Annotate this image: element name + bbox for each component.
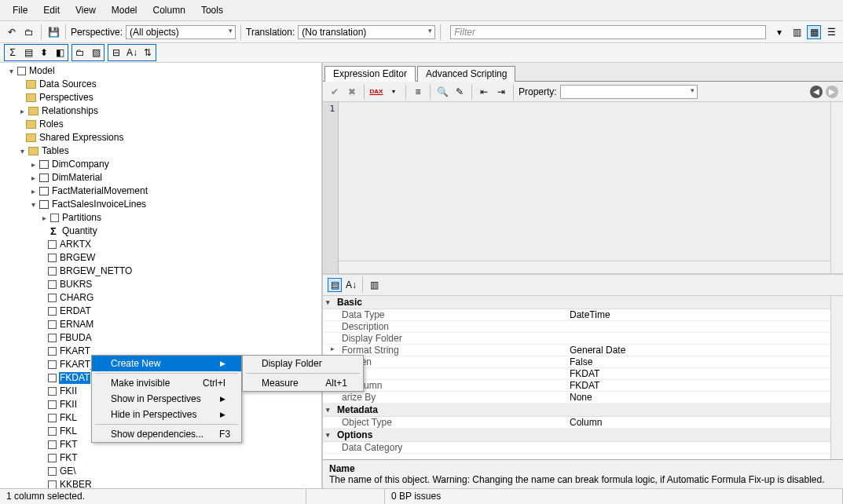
tree-column[interactable]: ERNAM [0, 318, 321, 331]
nav-forward-icon[interactable]: ▶ [826, 86, 838, 98]
tree-column-label[interactable]: ERDAT [59, 305, 92, 317]
tree-column[interactable]: FBUDA [0, 331, 321, 345]
prop-val[interactable]: FKDAT [570, 380, 840, 391]
replace-icon[interactable]: ✎ [453, 85, 467, 99]
dropdown-icon[interactable]: ▾ [387, 85, 401, 99]
tree-table[interactable]: FactMaterialMovement [51, 185, 148, 197]
hidden-toggle-icon[interactable]: ▨ [88, 45, 104, 60]
ctx-hide-in-perspectives[interactable]: Hide in Perspectives▶ [92, 407, 241, 422]
hierarchy-icon[interactable]: ⬍ [36, 45, 52, 60]
tree-column-label[interactable]: FKII [59, 399, 78, 411]
editor-scrollbar-h[interactable] [339, 261, 830, 273]
prop-alpha-icon[interactable]: A↓ [344, 278, 358, 292]
view-mode-1-icon[interactable]: ▥ [790, 25, 804, 39]
menu-tools[interactable]: Tools [193, 2, 231, 19]
prop-val[interactable] [570, 321, 840, 332]
ctx-sub-measure[interactable]: MeasureAlt+1 [243, 375, 363, 391]
filter-icon[interactable]: ▾ [772, 25, 786, 39]
tree-column-label[interactable]: ERNAM [59, 319, 94, 331]
tree-column-label[interactable]: KKBER [59, 479, 93, 488]
indent-icon[interactable]: ⇤ [477, 85, 491, 99]
prop-categorized-icon[interactable]: ▤ [328, 278, 342, 292]
property-grid[interactable]: ▾Basic Data TypeDateTime Description Dis… [323, 296, 843, 459]
cube-icon[interactable]: ◧ [52, 45, 68, 60]
tree-column-label[interactable]: BUKRS [59, 279, 93, 290]
property-dropdown[interactable] [560, 85, 698, 99]
tree-table[interactable]: FactSalesInvoiceLines [51, 199, 147, 210]
tree-column-label[interactable]: FKL [59, 425, 78, 437]
translation-dropdown[interactable]: (No translation) [298, 25, 435, 39]
prop-val[interactable]: General Date [570, 345, 840, 356]
editor-body[interactable] [339, 102, 843, 273]
column-icon[interactable]: ▤ [20, 45, 36, 60]
tree-column[interactable]: ERDAT [0, 305, 321, 318]
tree-measure[interactable]: Quantity [61, 225, 98, 237]
nav-back-icon[interactable]: ◀ [810, 86, 823, 98]
save-icon[interactable]: 💾 [46, 25, 60, 39]
dax-format-icon[interactable]: DAX [369, 85, 383, 99]
tree-data-sources[interactable]: Data Sources [38, 79, 97, 90]
view-mode-2-icon[interactable]: ▦ [807, 25, 821, 39]
menu-column[interactable]: Column [145, 2, 193, 19]
tree-column-label[interactable]: FKT [59, 452, 79, 464]
tree-column-label[interactable]: FKART [59, 345, 91, 357]
prop-val[interactable]: None [570, 392, 840, 403]
cancel-icon[interactable]: ✖ [345, 85, 359, 99]
menu-view[interactable]: View [68, 2, 104, 19]
tree-model[interactable]: Model [28, 65, 56, 77]
tree-column-label[interactable]: BRGEW_NETTO [59, 265, 133, 277]
cat-metadata[interactable]: Metadata [337, 404, 378, 415]
outdent-icon[interactable]: ⇥ [494, 85, 508, 99]
comment-icon[interactable]: ≡ [411, 85, 425, 99]
tree-partitions[interactable]: Partitions [61, 212, 102, 224]
sort-order-icon[interactable]: ⇅ [140, 45, 156, 60]
tree-column[interactable]: BUKRS [0, 278, 321, 291]
sort-alpha-icon[interactable]: A↓ [124, 45, 140, 60]
tree-shared-expressions[interactable]: Shared Expressions [38, 132, 124, 144]
tree-column[interactable]: GE\ [0, 465, 321, 478]
tree-column-label[interactable]: BRGEW [59, 252, 96, 264]
prop-val[interactable]: Column [570, 417, 840, 428]
tree-column[interactable]: ARKTX [0, 238, 321, 251]
tree-column[interactable]: KKBER [0, 478, 321, 488]
tree-column-label[interactable]: FKDAT [59, 372, 90, 384]
sigma-icon[interactable]: Σ [5, 45, 20, 60]
forward-icon[interactable]: 🗀 [22, 25, 36, 39]
prop-val[interactable]: FKDAT [570, 368, 840, 379]
perspective-dropdown[interactable]: (All objects) [126, 25, 236, 39]
menu-edit[interactable]: Edit [35, 2, 68, 19]
folder-toggle-icon[interactable]: 🗀 [72, 45, 88, 60]
tree-roles[interactable]: Roles [38, 119, 64, 130]
propgrid-scrollbar-v[interactable] [830, 296, 843, 459]
tab-advanced-scripting[interactable]: Advanced Scripting [417, 66, 515, 82]
editor-scrollbar-v[interactable] [830, 102, 843, 273]
ctx-show-in-perspectives[interactable]: Show in Perspectives▶ [92, 391, 241, 407]
tree-column-label[interactable]: FKT [59, 439, 79, 451]
ctx-make-invisible[interactable]: Make invisibleCtrl+I [92, 375, 241, 391]
prop-pages-icon[interactable]: ▥ [367, 278, 381, 292]
tab-expression-editor[interactable]: Expression Editor [324, 66, 416, 82]
menu-file[interactable]: File [5, 2, 35, 19]
tree-column-label[interactable]: CHARG [59, 292, 94, 304]
tree-column-label[interactable]: FKII [59, 385, 78, 397]
cat-options[interactable]: Options [337, 429, 372, 440]
tree-column[interactable]: BRGEW_NETTO [0, 265, 321, 278]
ctx-create-new[interactable]: Create New▶ [92, 356, 241, 371]
tree-table[interactable]: DimCompany [51, 159, 110, 170]
view-mode-3-icon[interactable]: ☰ [824, 25, 838, 39]
tree-tables[interactable]: Tables [41, 145, 70, 157]
tree-column-label[interactable]: GE\ [59, 466, 77, 477]
tree-column-label[interactable]: ARKTX [59, 239, 92, 250]
filter-input[interactable]: Filter [450, 25, 766, 39]
accept-icon[interactable]: ✔ [328, 85, 342, 99]
cat-basic[interactable]: Basic [337, 297, 362, 308]
sort-columns-icon[interactable]: ⊟ [108, 45, 124, 60]
back-icon[interactable]: ↶ [5, 25, 19, 39]
menu-model[interactable]: Model [104, 2, 145, 19]
tree-column-label[interactable]: FBUDA [59, 332, 93, 344]
tree-column[interactable]: BRGEW [0, 251, 321, 265]
tree-relationships[interactable]: Relationships [41, 105, 99, 117]
ctx-show-dependencies[interactable]: Show dependencies...F3 [92, 426, 241, 442]
prop-val[interactable]: DateTime [570, 309, 840, 320]
tree-column[interactable]: FKT [0, 451, 321, 465]
